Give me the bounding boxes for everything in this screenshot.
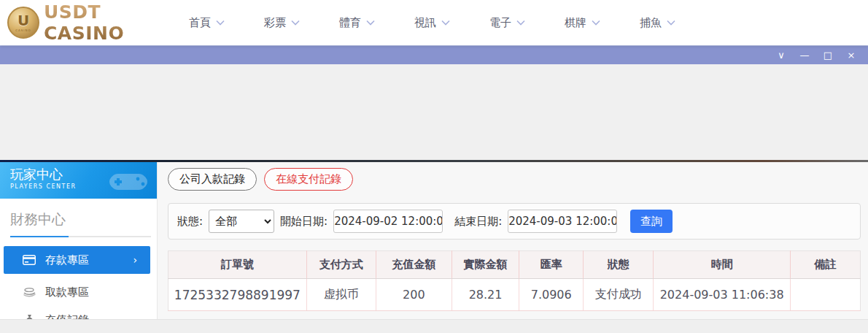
payment-records-table: 訂單號 支付方式 充值金額 實際金額 匯率 狀態 時間 備註 172533279… (168, 250, 861, 311)
tab-company-deposit-records[interactable]: 公司入款記錄 (168, 168, 257, 191)
window-minimize-icon[interactable]: — (798, 50, 811, 60)
search-button[interactable]: 查詢 (630, 210, 673, 233)
nav-item-home[interactable]: 首頁 (169, 16, 244, 30)
window-maximize-icon[interactable]: □ (821, 50, 834, 60)
col-status: 狀態 (584, 251, 654, 279)
nav-item-lottery[interactable]: 彩票 (244, 16, 319, 30)
sidebar-item-deposit[interactable]: 存款專區 › (4, 246, 150, 274)
col-order-number: 訂單號 (168, 251, 307, 279)
nav-label: 電子 (489, 16, 511, 30)
bank-card-icon (22, 255, 36, 265)
nav-label: 棋牌 (565, 16, 586, 30)
cell-status: 支付成功 (584, 279, 654, 311)
chevron-down-icon (667, 20, 675, 26)
chevron-down-icon (441, 20, 450, 26)
casino-window: U CASINO USDT CASINO 首頁 彩票 體育 視訊 (0, 0, 868, 333)
cell-payment-method: 虚拟币 (306, 279, 376, 311)
nav-item-sports[interactable]: 體育 (319, 16, 395, 30)
cell-time: 2024-09-03 11:06:38 (654, 279, 791, 311)
sidebar-section: 財務中心 (0, 199, 157, 237)
nav-item-fishing[interactable]: 捕魚 (620, 16, 695, 30)
sidebar-item-label: 存款專區 (45, 253, 89, 267)
coin-letter: U (18, 13, 29, 28)
col-payment-method: 支付方式 (306, 251, 376, 279)
gamepad-icon (106, 166, 151, 196)
start-date-input[interactable] (333, 210, 443, 233)
records-main: 公司入款記錄 在線支付記錄 狀態: 全部 開始日期: 結束日期: 查詢 (158, 162, 868, 319)
players-center-panel: 玩家中心 PLAYERS CENTER 財務中心 (0, 162, 868, 319)
end-date-label: 結束日期: (454, 215, 502, 229)
section-underline (10, 236, 151, 237)
chevron-down-icon (592, 20, 600, 26)
nav-item-live-video[interactable]: 視訊 (395, 16, 470, 30)
sidebar: 玩家中心 PLAYERS CENTER 財務中心 (0, 162, 158, 319)
window-dropdown-icon[interactable]: ∨ (775, 50, 788, 60)
brand-name: USDT CASINO (44, 1, 169, 44)
table-header-row: 訂單號 支付方式 充值金額 實際金額 匯率 狀態 時間 備註 (168, 251, 861, 279)
chevron-down-icon (216, 20, 225, 26)
chevron-down-icon (291, 20, 300, 26)
coin-logo-icon: U CASINO (7, 7, 39, 39)
col-time: 時間 (654, 251, 791, 279)
nav-label: 首頁 (189, 16, 211, 30)
chevron-down-icon (366, 20, 375, 26)
main-nav: 首頁 彩票 體育 視訊 電子 棋牌 (169, 16, 695, 30)
status-select[interactable]: 全部 (209, 210, 274, 233)
brand-logo[interactable]: U CASINO USDT CASINO (0, 1, 169, 44)
col-exchange-rate: 匯率 (519, 251, 584, 279)
nav-label: 彩票 (264, 16, 286, 30)
col-remark: 備註 (791, 251, 861, 279)
window-close-icon[interactable]: × (845, 50, 858, 60)
end-date-input[interactable] (508, 210, 617, 233)
record-tabs: 公司入款記錄 在線支付記錄 (168, 168, 861, 191)
filter-bar: 狀態: 全部 開始日期: 結束日期: 查詢 (168, 203, 861, 240)
nav-item-slots[interactable]: 電子 (470, 16, 545, 30)
sidebar-item-label: 取款專區 (45, 286, 89, 299)
col-recharge-amount: 充值金額 (376, 251, 452, 279)
col-actual-amount: 實際金額 (452, 251, 519, 279)
nav-label: 視訊 (414, 16, 436, 30)
finance-center-label: 財務中心 (10, 210, 157, 229)
table-row: 1725332798891997 虚拟币 200 28.21 7.0906 支付… (168, 279, 861, 311)
cell-actual-amount: 28.21 (452, 279, 519, 311)
nav-label: 體育 (339, 16, 361, 30)
cell-remark (791, 279, 861, 311)
cell-recharge-amount: 200 (376, 279, 452, 311)
chevron-right-icon: › (133, 254, 137, 266)
chevron-down-icon (516, 20, 525, 26)
cell-order-number: 1725332798891997 (168, 279, 307, 311)
nav-label: 捕魚 (640, 16, 662, 30)
nav-item-board-games[interactable]: 棋牌 (545, 16, 620, 30)
hand-coins-icon (22, 287, 36, 297)
tab-online-payment-records[interactable]: 在線支付記錄 (264, 168, 353, 191)
coin-caption: CASINO (15, 28, 31, 32)
cell-exchange-rate: 7.0906 (519, 279, 584, 311)
sidebar-item-withdraw[interactable]: 取款專區 (0, 278, 157, 306)
sidebar-header: 玩家中心 PLAYERS CENTER (0, 162, 157, 199)
start-date-label: 開始日期: (280, 215, 328, 229)
bottom-strip (0, 319, 868, 333)
top-navbar: U CASINO USDT CASINO 首頁 彩票 體育 視訊 (0, 0, 868, 45)
empty-page-area (0, 64, 868, 160)
status-label: 狀態: (177, 215, 203, 229)
window-titlebar: ∨ — □ × (0, 45, 868, 64)
